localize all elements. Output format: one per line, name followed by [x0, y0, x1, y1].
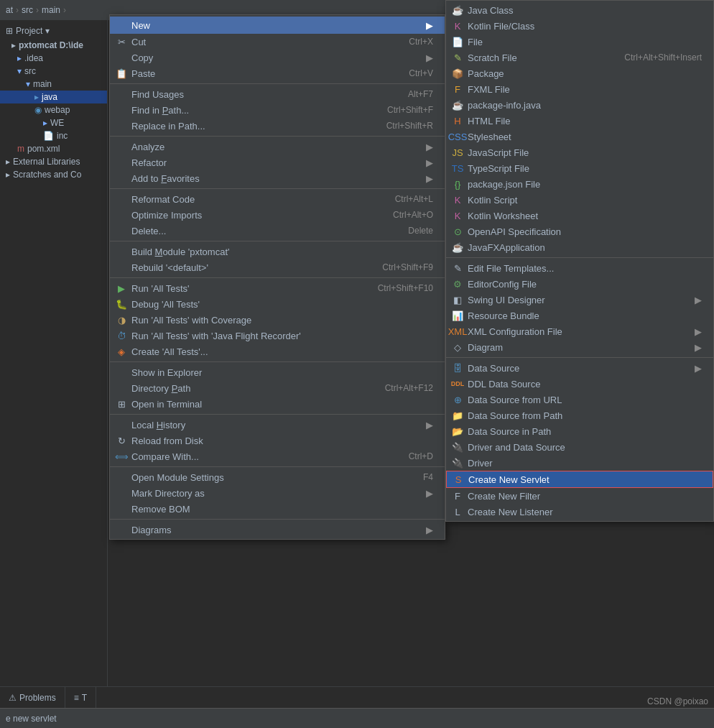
- submenu-item-diagram[interactable]: ◇ Diagram ▶: [446, 339, 713, 355]
- submenu-item-resource-bundle[interactable]: 📊 Resource Bundle: [446, 308, 713, 323]
- empty-icon: [116, 88, 127, 100]
- submenu-item-fxml[interactable]: F FXML File: [446, 81, 713, 97]
- submenu-item-package[interactable]: 📦 Package: [446, 65, 713, 81]
- menu-item-run-tests[interactable]: ▶ Run 'All Tests' Ctrl+Shift+F10: [110, 280, 445, 296]
- project-item-java[interactable]: ▸ java: [0, 91, 107, 103]
- openapi-icon: ⊙: [452, 226, 463, 237]
- arrow-icon: ▶: [426, 52, 433, 63]
- menu-item-local-history[interactable]: Local History ▶: [110, 417, 445, 433]
- editorconfig-icon: ⚙: [452, 278, 463, 290]
- submenu-item-driver-datasource[interactable]: 🔌 Driver and Data Source: [446, 439, 713, 455]
- menu-item-reload[interactable]: ↻ Reload from Disk: [110, 433, 445, 448]
- submenu-item-datasource-url[interactable]: ⊕ Data Source from URL: [446, 392, 713, 407]
- submenu-item-java-class[interactable]: ☕ Java Class: [446, 2, 713, 18]
- submenu-item-label: Driver and Data Source: [468, 442, 702, 453]
- project-item-pom[interactable]: m pom.xml: [0, 142, 107, 155]
- menu-item-label: Analyze: [131, 142, 419, 152]
- project-item-ext-libs[interactable]: ▸ External Libraries: [0, 155, 107, 168]
- menu-item-label: Rebuild '<default>': [131, 262, 378, 273]
- arrow-icon: ▶: [426, 20, 433, 31]
- submenu-item-kotlin-script[interactable]: K Kotlin Script: [446, 192, 713, 208]
- submenu-item-create-listener[interactable]: L Create New Listener: [446, 504, 713, 520]
- project-item-pxtomcat[interactable]: ▸ pxtomcat D:\ide: [0, 39, 107, 52]
- menu-item-debug-tests[interactable]: 🐛 Debug 'All Tests': [110, 296, 445, 312]
- menu-item-cut[interactable]: ✂ Cut Ctrl+X: [110, 34, 445, 50]
- submenu-item-scratch-file[interactable]: ✎ Scratch File Ctrl+Alt+Shift+Insert: [446, 50, 713, 65]
- menu-item-show-explorer[interactable]: Show in Explorer: [110, 364, 445, 380]
- submenu-item-stylesheet[interactable]: CSS Stylesheet: [446, 129, 713, 144]
- project-item-label: Scratches and Co: [13, 170, 81, 180]
- submenu-item-driver[interactable]: 🔌 Driver: [446, 455, 713, 471]
- submenu-item-datasource-in-path[interactable]: 📂 Data Source in Path: [446, 423, 713, 439]
- menu-item-find-in-path[interactable]: Find in Path... Ctrl+Shift+F: [110, 102, 445, 118]
- project-item-inc[interactable]: 📄 inc: [0, 129, 107, 142]
- submenu-item-kotlin-worksheet[interactable]: K Kotlin Worksheet: [446, 208, 713, 224]
- menu-separator: [110, 519, 445, 520]
- diagram-icon: ◇: [452, 341, 463, 353]
- submenu-item-swing[interactable]: ◧ Swing UI Designer ▶: [446, 292, 713, 308]
- menu-item-module-settings[interactable]: Open Module Settings F4: [110, 469, 445, 485]
- menu-item-directory-path[interactable]: Directory Path Ctrl+Alt+F12: [110, 380, 445, 396]
- submenu-item-javafx[interactable]: ☕ JavaFXApplication: [446, 239, 713, 255]
- menu-item-shortcut: Alt+F7: [408, 89, 433, 99]
- tab-problems[interactable]: ⚠ Problems: [0, 687, 65, 708]
- submenu-item-label: Swing UI Designer: [468, 295, 690, 305]
- submenu-item-label: Package: [468, 68, 702, 79]
- project-item-label: WE: [50, 118, 64, 128]
- menu-item-add-favorites[interactable]: Add to Favorites ▶: [110, 170, 445, 186]
- run-icon: ▶: [116, 282, 127, 294]
- menu-item-optimize-imports[interactable]: Optimize Imports Ctrl+Alt+O: [110, 207, 445, 223]
- menu-item-run-coverage[interactable]: ◑ Run 'All Tests' with Coverage: [110, 312, 445, 328]
- project-item-we[interactable]: ▸ WE: [0, 116, 107, 129]
- menu-item-remove-bom[interactable]: Remove BOM: [110, 501, 445, 517]
- submenu-item-label: JavaFXApplication: [468, 242, 702, 253]
- reload-icon: ↻: [116, 435, 127, 446]
- project-item-scratches[interactable]: ▸ Scratches and Co: [0, 168, 107, 181]
- project-item-src[interactable]: ▾ src: [0, 65, 107, 78]
- menu-separator: [110, 241, 445, 241]
- menu-item-rebuild[interactable]: Rebuild '<default>' Ctrl+Shift+F9: [110, 259, 445, 275]
- submenu-item-html[interactable]: H HTML File: [446, 113, 713, 129]
- menu-item-paste[interactable]: 📋 Paste Ctrl+V: [110, 65, 445, 81]
- submenu-item-create-filter[interactable]: F Create New Filter: [446, 488, 713, 504]
- menu-item-mark-directory[interactable]: Mark Directory as ▶: [110, 485, 445, 501]
- submenu-item-ddl-source[interactable]: DDL DDL Data Source: [446, 376, 713, 392]
- submenu-item-json[interactable]: {} package.json File: [446, 176, 713, 192]
- project-item-label: pom.xml: [27, 144, 60, 154]
- submenu-item-openapi[interactable]: ⊙ OpenAPI Specification: [446, 224, 713, 239]
- submenu-item-kotlin-file[interactable]: K Kotlin File/Class: [446, 18, 713, 34]
- menu-item-refactor[interactable]: Refactor ▶: [110, 155, 445, 170]
- tab-terminal[interactable]: ≡ T: [65, 687, 96, 708]
- submenu-item-datasource-path[interactable]: 📁 Data Source from Path: [446, 407, 713, 423]
- project-item-main[interactable]: ▾ main: [0, 78, 107, 91]
- menu-item-replace-in-path[interactable]: Replace in Path... Ctrl+Shift+R: [110, 118, 445, 134]
- project-item-label: webap: [45, 105, 70, 115]
- menu-item-run-jfr[interactable]: ⏱ Run 'All Tests' with 'Java Flight Reco…: [110, 328, 445, 344]
- submenu-item-edit-templates[interactable]: ✎ Edit File Templates...: [446, 260, 713, 276]
- paste-icon: 📋: [116, 68, 127, 79]
- submenu-item-ts[interactable]: TS TypeScript File: [446, 160, 713, 176]
- menu-item-compare[interactable]: ⟺ Compare With... Ctrl+D: [110, 448, 445, 464]
- submenu-item-data-source[interactable]: 🗄 Data Source ▶: [446, 360, 713, 376]
- menu-item-copy[interactable]: Copy ▶: [110, 50, 445, 65]
- menu-item-build-module[interactable]: Build Module 'pxtomcat': [110, 244, 445, 259]
- submenu-item-editorconfig[interactable]: ⚙ EditorConfig File: [446, 276, 713, 292]
- submenu-item-package-info[interactable]: ☕ package-info.java: [446, 97, 713, 113]
- project-title: Project: [16, 26, 42, 36]
- empty-icon: [116, 419, 127, 430]
- menu-item-delete[interactable]: Delete... Delete: [110, 223, 445, 239]
- menu-item-open-terminal[interactable]: ⊞ Open in Terminal: [110, 396, 445, 412]
- menu-item-diagrams[interactable]: Diagrams ▶: [110, 522, 445, 538]
- submenu-item-xml-config[interactable]: XML XML Configuration File ▶: [446, 323, 713, 339]
- menu-item-find-usages[interactable]: Find Usages Alt+F7: [110, 86, 445, 102]
- menu-item-analyze[interactable]: Analyze ▶: [110, 139, 445, 155]
- menu-item-new[interactable]: New ▶: [110, 17, 445, 34]
- menu-item-reformat[interactable]: Reformat Code Ctrl+Alt+L: [110, 191, 445, 207]
- submenu-item-create-servlet[interactable]: S Create New Servlet: [446, 471, 713, 488]
- project-item-webapp[interactable]: ◉ webap: [0, 103, 107, 116]
- menu-item-create-tests[interactable]: ◈ Create 'All Tests'...: [110, 344, 445, 359]
- submenu-item-file[interactable]: 📄 File: [446, 34, 713, 50]
- submenu-item-js[interactable]: JS JavaScript File: [446, 144, 713, 160]
- project-item-idea[interactable]: ▸ .idea: [0, 52, 107, 65]
- submenu: ☕ Java Class K Kotlin File/Class 📄 File …: [445, 0, 714, 522]
